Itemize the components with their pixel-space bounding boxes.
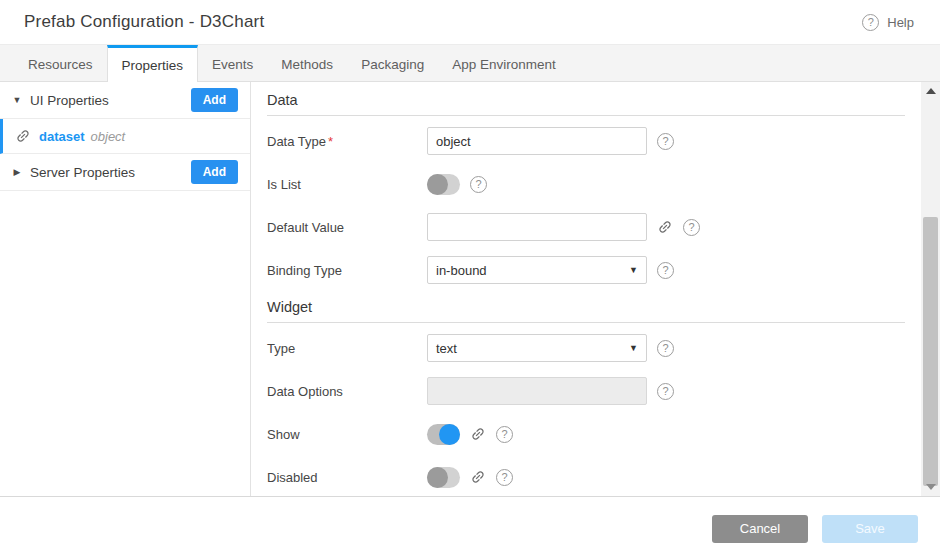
properties-sidebar: UI Properties Add dataset object Server … [0,82,251,496]
question-circle-icon[interactable] [657,262,674,279]
default-value-input[interactable] [427,213,647,241]
widget-type-selected-value: text [436,341,457,356]
data-options-input [427,377,647,405]
link-icon[interactable] [470,469,486,485]
question-circle-icon[interactable] [470,176,487,193]
tab-bar: Resources Properties Events Methods Pack… [0,44,940,82]
field-row-default-value: Default Value [267,213,905,241]
vertical-scrollbar[interactable] [921,82,940,496]
question-circle-icon[interactable] [657,133,674,150]
scrollbar-thumb[interactable] [923,217,938,486]
type-label: Type [267,341,427,356]
page-title: Prefab Configuration - D3Chart [24,12,264,32]
scroll-down-icon[interactable] [926,484,936,490]
required-marker: * [328,134,333,149]
show-label: Show [267,427,427,442]
field-row-is-list: Is List [267,170,905,198]
help-link[interactable]: Help [862,14,914,31]
cancel-button[interactable]: Cancel [712,515,808,543]
field-row-disabled: Disabled [267,463,905,491]
default-value-label: Default Value [267,220,427,235]
field-row-show: Show [267,420,905,448]
dataset-property-name: dataset [39,129,85,144]
save-button[interactable]: Save [822,515,918,543]
dialog-header: Prefab Configuration - D3Chart Help [0,0,940,44]
prefab-configuration-dialog: Prefab Configuration - D3Chart Help Reso… [0,0,940,560]
property-form-panel: Data Data Type* Is List Default Value [251,82,921,496]
sidebar-item-dataset[interactable]: dataset object [0,119,250,154]
question-circle-icon[interactable] [657,383,674,400]
data-section-heading: Data [267,92,905,116]
data-type-label: Data Type* [267,134,427,149]
field-row-binding-type: Binding Type in-bound [267,256,905,284]
field-row-data-options: Data Options [267,377,905,405]
question-circle-icon[interactable] [683,219,700,236]
caret-right-icon [11,167,23,177]
disabled-label: Disabled [267,470,427,485]
field-row-data-type: Data Type* [267,127,905,155]
link-icon[interactable] [470,426,486,442]
scroll-up-icon[interactable] [926,88,936,94]
tab-app-environment[interactable]: App Environment [438,45,570,81]
link-icon[interactable] [657,219,673,235]
link-icon [15,128,31,144]
data-options-label: Data Options [267,384,427,399]
binding-type-label: Binding Type [267,263,427,278]
ui-properties-label: UI Properties [30,93,191,108]
question-circle-icon[interactable] [496,469,513,486]
question-circle-icon[interactable] [657,340,674,357]
binding-type-selected-value: in-bound [436,263,487,278]
sidebar-section-server-properties[interactable]: Server Properties Add [0,154,250,191]
dialog-footer: Cancel Save [0,497,940,560]
caret-down-icon [629,265,638,275]
widget-type-select[interactable]: text [427,334,647,362]
widget-section-heading: Widget [267,299,905,323]
caret-down-icon [11,95,23,105]
help-label: Help [887,15,914,30]
tab-resources[interactable]: Resources [14,45,107,81]
add-ui-property-button[interactable]: Add [191,88,238,112]
is-list-toggle[interactable] [427,174,460,195]
data-type-input[interactable] [427,127,647,155]
sidebar-section-ui-properties[interactable]: UI Properties Add [0,82,250,119]
dialog-body: UI Properties Add dataset object Server … [0,82,940,497]
tab-methods[interactable]: Methods [267,45,347,81]
dataset-property-type: object [91,129,126,144]
add-server-property-button[interactable]: Add [191,160,238,184]
tab-properties[interactable]: Properties [107,45,199,82]
show-toggle[interactable] [427,424,460,445]
question-circle-icon[interactable] [496,426,513,443]
tab-events[interactable]: Events [198,45,267,81]
question-circle-icon [862,14,879,31]
binding-type-select[interactable]: in-bound [427,256,647,284]
server-properties-label: Server Properties [30,165,191,180]
toggle-knob [427,467,448,488]
toggle-knob [439,424,460,445]
disabled-toggle[interactable] [427,467,460,488]
field-row-type: Type text [267,334,905,362]
caret-down-icon [629,343,638,353]
tab-packaging[interactable]: Packaging [347,45,438,81]
toggle-knob [427,174,448,195]
is-list-label: Is List [267,177,427,192]
